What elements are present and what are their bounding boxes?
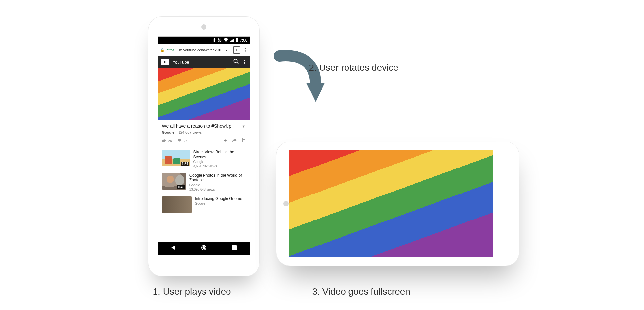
cell-signal-icon <box>230 38 234 43</box>
list-item[interactable]: 1:54 Street View: Behind the Scenes Goog… <box>158 147 250 170</box>
item-channel: Google <box>195 202 242 205</box>
search-icon[interactable] <box>233 58 239 65</box>
rotate-arrow-icon <box>270 46 335 112</box>
chrome-overflow-menu-button[interactable] <box>243 48 248 52</box>
video-frame <box>289 150 493 257</box>
android-status-bar: 7:00 <box>158 37 250 44</box>
android-nav-bar <box>158 242 250 255</box>
suggested-videos-list: 1:54 Street View: Behind the Scenes Goog… <box>158 147 250 242</box>
list-item[interactable]: Introducing Google Gnome Google <box>158 194 250 216</box>
alarm-icon <box>217 38 222 43</box>
dislike-button[interactable]: 2K <box>178 138 188 143</box>
svg-rect-2 <box>236 39 238 42</box>
flag-button[interactable] <box>242 138 246 143</box>
wifi-icon <box>223 38 228 43</box>
svg-rect-7 <box>232 245 237 250</box>
chevron-down-icon[interactable]: ▼ <box>242 124 246 128</box>
share-button[interactable] <box>232 138 237 143</box>
caption-step-2: 2. User rotates device <box>309 63 398 73</box>
home-icon[interactable] <box>201 245 207 252</box>
video-player[interactable] <box>158 68 250 120</box>
thumbnail: 0:48 <box>162 173 186 190</box>
battery-icon <box>236 38 238 43</box>
caption-step-1: 1. User plays video <box>153 286 231 297</box>
youtube-header: YouTube <box>158 56 250 68</box>
svg-marker-0 <box>306 83 325 102</box>
add-to-button[interactable]: + <box>224 138 227 143</box>
video-frame <box>158 68 250 120</box>
url-text: ://m.youtube.com/watch?v=IOS <box>176 48 227 52</box>
tab-count-button[interactable]: 1 <box>233 46 240 54</box>
item-channel: Google <box>193 160 245 164</box>
bluetooth-icon <box>213 38 216 43</box>
svg-point-4 <box>234 59 237 63</box>
view-count: 124,667 views <box>179 130 202 134</box>
item-views: 3,651,202 views <box>193 164 245 168</box>
thumbnail: 1:54 <box>162 150 190 166</box>
thumbnail <box>162 196 192 213</box>
speaker-icon <box>201 24 206 30</box>
overview-icon[interactable] <box>232 245 237 251</box>
svg-rect-3 <box>236 38 238 39</box>
item-title: Street View: Behind the Scenes <box>193 150 245 159</box>
clock-text: 7:00 <box>240 38 247 43</box>
youtube-logo-icon[interactable] <box>161 59 169 65</box>
fullscreen-video-player[interactable] <box>289 150 493 257</box>
youtube-wordmark: YouTube <box>173 60 189 65</box>
item-channel: Google <box>189 183 246 187</box>
list-item[interactable]: 0:48 Google Photos in the World of Zooto… <box>158 170 250 194</box>
video-title: We all have a reason to #ShowUp <box>162 123 246 129</box>
youtube-overflow-menu-button[interactable] <box>242 60 247 64</box>
caption-step-3: 3. Video goes fullscreen <box>312 286 410 297</box>
svg-point-6 <box>203 247 205 249</box>
channel-name[interactable]: Google <box>162 130 175 134</box>
phone-landscape <box>276 142 519 266</box>
like-button[interactable]: 2K <box>162 138 173 143</box>
item-views: 13,098,648 views <box>189 188 246 191</box>
lock-icon: 🔒 <box>160 48 165 52</box>
browser-omnibox[interactable]: 🔒 https://m.youtube.com/watch?v=IOS 1 <box>158 44 250 56</box>
url-scheme: https <box>167 48 175 52</box>
speaker-icon <box>283 201 289 206</box>
phone-portrait: 7:00 🔒 https://m.youtube.com/watch?v=IOS… <box>148 16 260 276</box>
item-title: Google Photos in the World of Zootopia <box>189 173 246 183</box>
item-title: Introducing Google Gnome <box>195 196 242 201</box>
back-icon[interactable] <box>171 245 176 252</box>
